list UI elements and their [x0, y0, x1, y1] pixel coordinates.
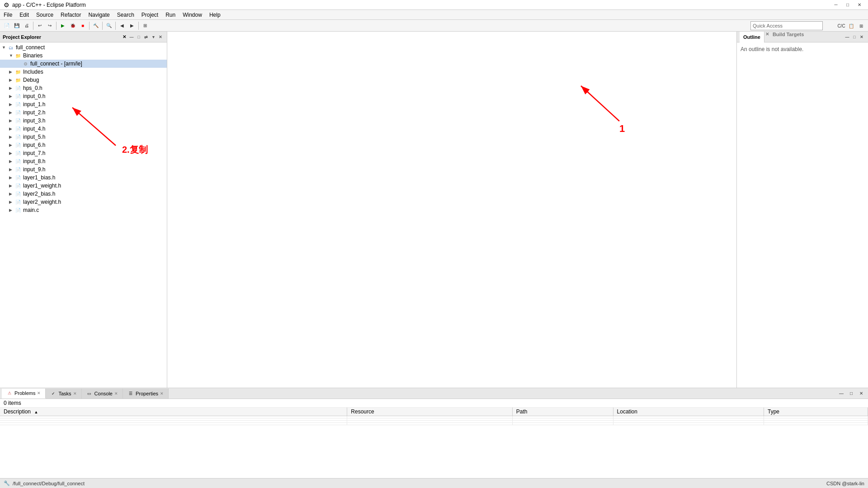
save-button[interactable]: 💾 — [12, 21, 22, 30]
col-path[interactable]: Path — [512, 408, 613, 416]
tree-item-input1h[interactable]: ▶ 📄 input_1.h — [0, 100, 167, 108]
tree-item-layer2bias[interactable]: ▶ 📄 layer2_bias.h — [0, 190, 167, 198]
tree-item-layer1weight[interactable]: ▶ 📄 layer1_weight.h — [0, 182, 167, 190]
search-toolbar-button[interactable]: 🔍 — [104, 21, 114, 30]
arrow-mainc: ▶ — [9, 208, 14, 212]
col-location[interactable]: Location — [613, 408, 764, 416]
console-icon: ▭ — [86, 390, 93, 397]
minimize-panel-btn[interactable]: — — [128, 33, 135, 41]
tree-item-input9h[interactable]: ▶ 📄 input_9.h — [0, 165, 167, 174]
bottom-close-btn[interactable]: ✕ — [856, 389, 866, 398]
tree-label-layer1weight: layer1_weight.h — [23, 183, 61, 189]
perspective-btn-1[interactable]: C/C — [836, 21, 846, 30]
tree-item-input0h[interactable]: ▶ 📄 input_0.h — [0, 92, 167, 100]
next-button[interactable]: ▶ — [127, 21, 137, 30]
menu-file[interactable]: File — [0, 11, 16, 19]
tab-problems-x[interactable]: ✕ — [37, 391, 41, 395]
table-row — [0, 423, 868, 425]
menu-refactor[interactable]: Refactor — [57, 11, 85, 19]
sync-btn[interactable]: ⇄ — [142, 33, 150, 41]
tree-item-includes[interactable]: ▶ 📁 Includes — [0, 68, 167, 76]
tree-item-binaries[interactable]: ▼ 📁 Binaries — [0, 52, 167, 60]
menu-run[interactable]: Run — [162, 11, 179, 19]
header-icon-input6h: 📄 — [14, 141, 22, 149]
editor-area[interactable]: 2.复制 1 — [167, 32, 737, 388]
tab-build-targets[interactable]: Build Targets — [769, 32, 807, 42]
arrow-includes: ▶ — [9, 70, 14, 74]
toolbar-sep-4 — [102, 22, 103, 30]
tree-item-input3h[interactable]: ▶ 📄 input_3.h — [0, 117, 167, 125]
build-button[interactable]: 🔨 — [91, 21, 101, 30]
project-explorer-tab-x[interactable]: ✕ — [123, 34, 126, 39]
panel-menu-btn[interactable]: ▾ — [150, 33, 157, 41]
minimize-button[interactable]: ─ — [831, 0, 841, 9]
tree-label-includes: Includes — [23, 69, 43, 75]
tab-console[interactable]: ▭ Console ✕ — [82, 389, 123, 399]
stop-button[interactable]: ■ — [78, 21, 88, 30]
perspective-btn-2[interactable]: 📋 — [846, 21, 856, 30]
outline-max-btn[interactable]: □ — [851, 33, 858, 41]
project-tree: ▼ 🗂 full_connect ▼ 📁 Binaries ⚙ full_con… — [0, 42, 167, 388]
binary-icon: ⚙ — [22, 60, 29, 67]
quick-access-input[interactable]: Quick Access — [750, 21, 823, 30]
tab-tasks-x[interactable]: ✕ — [73, 391, 77, 396]
perspective-btn-3[interactable]: ⊞ — [856, 21, 866, 30]
folder-icon-binaries: 📁 — [14, 52, 22, 59]
redo-button[interactable]: ↪ — [45, 21, 55, 30]
bottom-tabs-bar: ⚠ Problems ✕ ✓ Tasks ✕ ▭ Console ✕ ☰ Pro… — [0, 388, 868, 399]
status-right: CSDN @stark-lin — [826, 481, 864, 486]
menu-search[interactable]: Search — [113, 11, 138, 19]
outline-tab-x[interactable]: ✕ — [765, 32, 769, 42]
tree-item-binary[interactable]: ⚙ full_connect - [arm/le] — [0, 60, 167, 68]
outline-min-btn[interactable]: — — [844, 33, 851, 41]
tab-tasks[interactable]: ✓ Tasks ✕ — [46, 389, 81, 399]
tree-item-input6h[interactable]: ▶ 📄 input_6.h — [0, 141, 167, 149]
tree-item-input7h[interactable]: ▶ 📄 input_7.h — [0, 149, 167, 157]
tree-item-layer2weight[interactable]: ▶ 📄 layer2_weight.h — [0, 198, 167, 206]
tab-outline[interactable]: Outline — [740, 32, 764, 42]
col-resource[interactable]: Resource — [347, 408, 512, 416]
menu-project[interactable]: Project — [138, 11, 162, 19]
col-type[interactable]: Type — [764, 408, 868, 416]
close-panel-btn[interactable]: ✕ — [157, 33, 164, 41]
run-button[interactable]: ▶ — [58, 21, 68, 30]
close-button[interactable]: ✕ — [854, 0, 864, 9]
prev-button[interactable]: ◀ — [117, 21, 127, 30]
tree-item-input5h[interactable]: ▶ 📄 input_5.h — [0, 133, 167, 141]
tree-item-mainc[interactable]: ▶ 📄 main.c — [0, 206, 167, 214]
bottom-max-btn[interactable]: □ — [846, 389, 856, 398]
menu-help[interactable]: Help — [206, 11, 224, 19]
arrow-input3h: ▶ — [9, 118, 14, 123]
col-description[interactable]: Description ▲ — [0, 408, 347, 416]
tree-item-debug[interactable]: ▶ 📁 Debug — [0, 76, 167, 84]
maximize-panel-btn[interactable]: □ — [135, 33, 142, 41]
menu-navigate[interactable]: Navigate — [85, 11, 113, 19]
tab-problems[interactable]: ⚠ Problems ✕ — [2, 389, 46, 399]
arrow-layer2weight: ▶ — [9, 200, 14, 204]
tree-item-hps0h[interactable]: ▶ 📄 hps_0.h — [0, 84, 167, 92]
tab-properties-x[interactable]: ✕ — [160, 391, 164, 396]
tree-item-input8h[interactable]: ▶ 📄 input_8.h — [0, 157, 167, 165]
tree-item-root[interactable]: ▼ 🗂 full_connect — [0, 43, 167, 52]
tree-label-input6h: input_6.h — [23, 142, 45, 148]
problems-table: Description ▲ Resource Path Location Typ… — [0, 408, 868, 425]
tree-item-input4h[interactable]: ▶ 📄 input_4.h — [0, 125, 167, 133]
outline-close-btn[interactable]: ✕ — [858, 33, 865, 41]
tree-label-input9h: input_9.h — [23, 166, 45, 173]
bottom-min-btn[interactable]: — — [836, 389, 846, 398]
debug-button[interactable]: 🐞 — [68, 21, 78, 30]
menu-edit[interactable]: Edit — [16, 11, 33, 19]
tree-item-input2h[interactable]: ▶ 📄 input_2.h — [0, 108, 167, 117]
print-button[interactable]: 🖨 — [22, 21, 32, 30]
restore-button[interactable]: □ — [843, 0, 853, 9]
tab-console-x[interactable]: ✕ — [114, 391, 118, 396]
items-count-label: 0 items — [4, 400, 21, 406]
menu-source[interactable]: Source — [33, 11, 57, 19]
arrow-root: ▼ — [2, 45, 7, 50]
undo-button[interactable]: ↩ — [35, 21, 45, 30]
tree-item-layer1bias[interactable]: ▶ 📄 layer1_bias.h — [0, 174, 167, 182]
tab-properties[interactable]: ☰ Properties ✕ — [123, 389, 169, 399]
new-button[interactable]: 📄 — [2, 21, 12, 30]
open-perspective-button[interactable]: ⊞ — [140, 21, 150, 30]
menu-window[interactable]: Window — [179, 11, 206, 19]
